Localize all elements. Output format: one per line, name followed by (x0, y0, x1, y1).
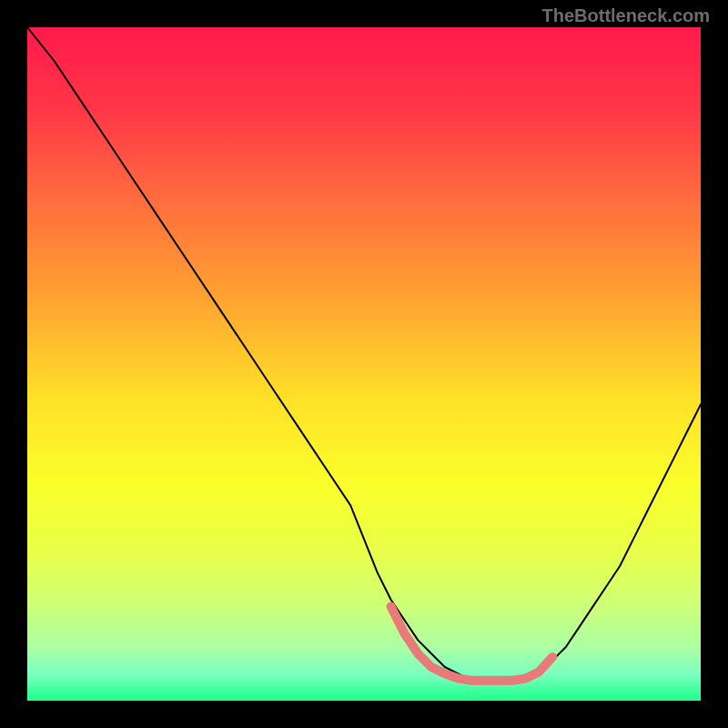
bottleneck-curve (27, 27, 701, 681)
watermark: TheBottleneck.com (542, 5, 710, 26)
chart-plot-area (27, 27, 701, 701)
chart-frame: TheBottleneck.com (0, 0, 728, 728)
optimum-band (391, 606, 553, 680)
chart-svg (27, 27, 701, 701)
